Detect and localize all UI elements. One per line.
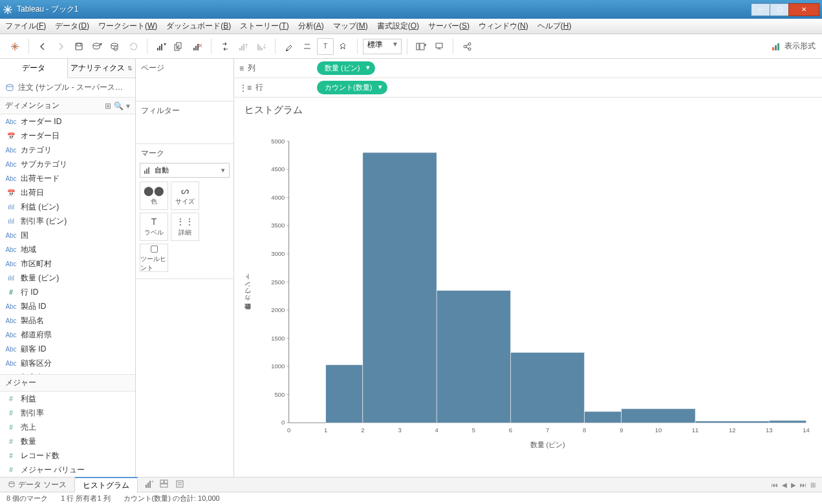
view-toggle-icon[interactable]: ⊞ <box>105 101 111 110</box>
totals-button[interactable]: T <box>317 38 334 55</box>
dimension-field[interactable]: Abc出荷モード <box>0 171 135 185</box>
data-tab[interactable]: データ <box>0 59 68 78</box>
mark-cell-ラベル[interactable]: Tラベル <box>140 213 168 241</box>
rows-pill[interactable]: カウント(数量) <box>317 81 387 94</box>
next-sheet-icon[interactable]: ▶ <box>791 481 796 488</box>
analytics-tab[interactable]: アナリティクス⇅ <box>68 59 135 78</box>
dimension-field[interactable]: 📅出荷日 <box>0 185 135 200</box>
menu-item[interactable]: ワークシート(W) <box>98 21 157 32</box>
pin-button[interactable] <box>335 38 352 55</box>
show-filmstrip-icon[interactable]: ⊞ <box>810 481 816 488</box>
dimension-field[interactable]: Abc顧客区分 <box>0 356 135 370</box>
dimension-field[interactable]: Abcオーダー ID <box>0 114 135 129</box>
menu-item[interactable]: 分析(A) <box>298 21 324 32</box>
measure-field[interactable]: #レコード数 <box>0 448 135 463</box>
mark-cell-詳細[interactable]: ⋮⋮詳細 <box>171 213 199 241</box>
histogram-bar[interactable] <box>437 291 510 423</box>
menu-item[interactable]: ウィンドウ(N) <box>479 21 528 32</box>
dimension-field[interactable]: 📅オーダー日 <box>0 129 135 143</box>
last-sheet-icon[interactable]: ⏭ <box>800 481 806 488</box>
duplicate-sheet-button[interactable] <box>171 38 188 55</box>
close-button[interactable]: ✕ <box>788 3 819 16</box>
measure-field[interactable]: #数量 <box>0 434 135 448</box>
dimension-field[interactable]: ılıl数量 (ビン) <box>0 271 135 285</box>
dimension-field[interactable]: #行 ID <box>0 285 135 299</box>
menu-item[interactable]: マップ(M) <box>333 21 368 32</box>
dimension-field[interactable]: Abc製品 ID <box>0 299 135 313</box>
logo-icon[interactable] <box>6 38 23 55</box>
histogram-chart[interactable]: 0500100015002000250030003500400045005000… <box>255 120 813 471</box>
new-sheet-button[interactable]: ▾ <box>153 38 169 55</box>
maximize-button[interactable]: ☐ <box>770 3 789 16</box>
svg-text:3: 3 <box>398 426 401 434</box>
mark-cell-色[interactable]: ⬤⬤色 <box>140 182 168 210</box>
prev-sheet-icon[interactable]: ◀ <box>782 481 787 488</box>
new-worksheet-icon[interactable]: + <box>144 479 153 490</box>
dimension-field[interactable]: Abc顧客 ID <box>0 342 135 356</box>
histogram-bar[interactable] <box>695 421 769 423</box>
histogram-bar[interactable] <box>622 409 695 423</box>
minimize-button[interactable]: ─ <box>751 3 770 16</box>
menu-item[interactable]: ダッシュボード(B) <box>166 21 231 32</box>
dimension-field[interactable]: ılıl割引率 (ビン) <box>0 214 135 228</box>
columns-pill[interactable]: 数量 (ビン) <box>317 61 375 75</box>
menu-item[interactable]: データ(D) <box>55 21 89 32</box>
new-story-icon[interactable] <box>175 479 184 490</box>
histogram-bar[interactable] <box>585 412 622 423</box>
dimension-field[interactable]: Abc製品名 <box>0 313 135 328</box>
dimension-field[interactable]: Abcカテゴリ <box>0 143 135 157</box>
field-label: 行 ID <box>21 287 38 298</box>
swap-button[interactable] <box>217 38 233 55</box>
histogram-bar[interactable] <box>769 421 806 423</box>
back-button[interactable] <box>34 38 51 55</box>
clear-sheet-button[interactable] <box>189 38 206 55</box>
columns-shelf[interactable]: ≡列 数量 (ビン) <box>234 59 822 78</box>
rows-shelf[interactable]: ⋮≡行 カウント(数量) <box>234 78 822 98</box>
menu-item[interactable]: サーバー(S) <box>428 21 470 32</box>
first-sheet-icon[interactable]: ⏮ <box>772 481 778 488</box>
datasource-tab[interactable]: データ ソース <box>0 478 75 492</box>
sort-desc-button[interactable] <box>253 38 270 55</box>
refresh-datasource-button[interactable] <box>107 38 124 55</box>
show-cards-button[interactable]: ▾ <box>413 38 429 55</box>
save-button[interactable] <box>70 38 87 55</box>
histogram-bar[interactable] <box>326 365 363 423</box>
datasource-name[interactable]: 注文 (サンプル - スーパース… <box>0 78 135 98</box>
dimension-field[interactable]: Abcサブカテゴリ <box>0 157 135 171</box>
forward-button[interactable] <box>52 38 69 55</box>
filters-shelf[interactable]: フィルター <box>136 101 233 144</box>
fit-select[interactable]: 標準 <box>363 39 402 54</box>
mark-cell-サイズ[interactable]: ᔕサイズ <box>171 182 199 210</box>
pages-shelf[interactable]: ページ <box>136 59 233 101</box>
highlight-button[interactable] <box>281 38 297 55</box>
share-button[interactable] <box>459 38 475 55</box>
menu-icon[interactable]: ▾ <box>126 101 130 110</box>
dimension-field[interactable]: Abc都道府県 <box>0 328 135 342</box>
dimension-field[interactable]: ılıl利益 (ビン) <box>0 200 135 214</box>
show-me-button[interactable]: 表示形式 <box>772 41 816 52</box>
menu-item[interactable]: 書式設定(O) <box>377 21 419 32</box>
sheet-tab-histogram[interactable]: ヒストグラム <box>75 477 138 493</box>
histogram-bar[interactable] <box>363 152 437 423</box>
dimension-field[interactable]: Abc地域 <box>0 242 135 257</box>
sort-asc-button[interactable] <box>235 38 252 55</box>
presentation-button[interactable] <box>431 38 448 55</box>
marks-type-select[interactable]: 自動 <box>140 163 230 178</box>
new-dashboard-icon[interactable] <box>160 479 169 490</box>
chart-title[interactable]: ヒストグラム <box>244 104 813 116</box>
undo-button[interactable] <box>125 38 142 55</box>
mark-cell-ツールヒント[interactable]: ▢ツールヒント <box>140 244 168 272</box>
dimension-field[interactable]: Abc市区町村 <box>0 257 135 271</box>
histogram-bar[interactable] <box>510 352 584 423</box>
measure-field[interactable]: #利益 <box>0 392 135 406</box>
menu-item[interactable]: ヘルプ(H) <box>537 21 572 32</box>
dimension-field[interactable]: Abc国 <box>0 228 135 242</box>
menu-item[interactable]: ファイル(F) <box>5 21 46 32</box>
measure-field[interactable]: #メジャー バリュー <box>0 463 135 477</box>
group-button[interactable] <box>299 38 316 55</box>
search-icon[interactable]: 🔍 <box>114 101 124 110</box>
measure-field[interactable]: #割引率 <box>0 406 135 420</box>
new-datasource-button[interactable]: ▾ <box>89 38 105 55</box>
measure-field[interactable]: #売上 <box>0 420 135 434</box>
menu-item[interactable]: ストーリー(T) <box>240 21 288 32</box>
